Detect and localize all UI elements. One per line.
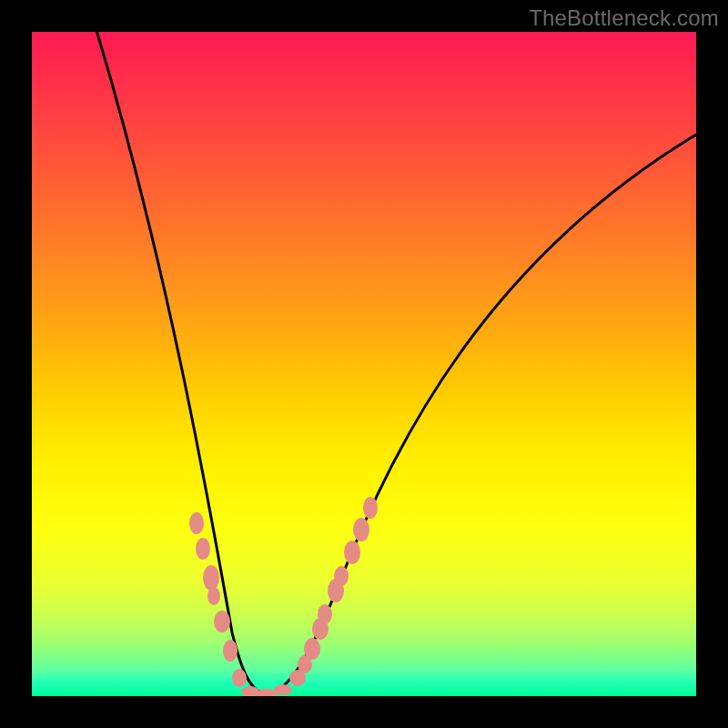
data-marker: [274, 684, 292, 695]
data-marker: [223, 640, 238, 662]
chart-frame: TheBottleneck.com: [0, 0, 728, 728]
data-marker: [189, 512, 204, 534]
watermark-text: TheBottleneck.com: [529, 5, 719, 31]
plot-area: [32, 32, 696, 696]
data-marker: [363, 497, 378, 519]
data-marker: [232, 669, 247, 687]
curve-line: [96, 32, 696, 693]
data-marker: [353, 518, 369, 541]
data-marker: [207, 587, 220, 605]
data-marker: [214, 611, 230, 632]
data-marker: [334, 566, 349, 586]
data-marker: [203, 565, 219, 591]
data-marker: [196, 538, 210, 560]
marker-group: [189, 497, 378, 696]
data-marker: [304, 638, 320, 660]
data-marker: [318, 604, 332, 624]
data-marker: [344, 541, 360, 564]
chart-svg: [32, 32, 696, 696]
